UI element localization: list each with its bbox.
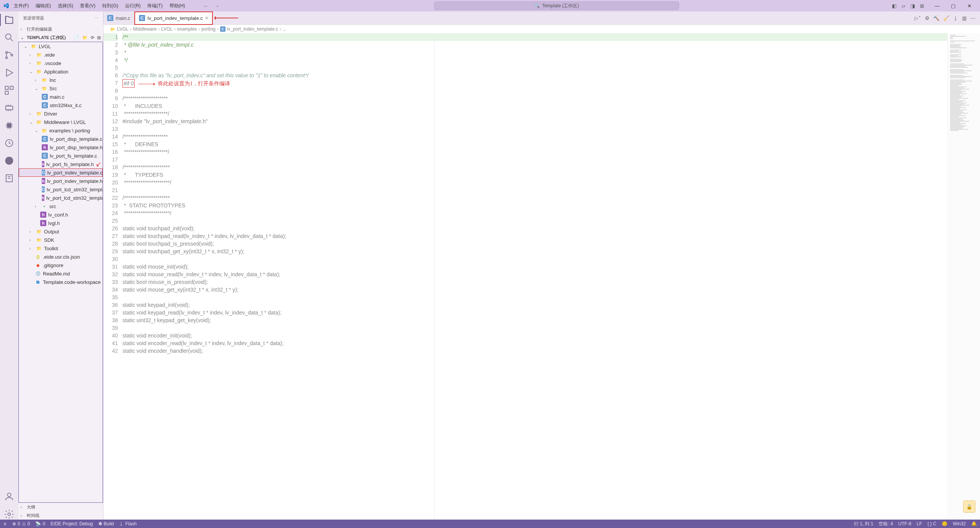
collapse-icon[interactable]: ⊟ (97, 35, 101, 40)
tree-file[interactable]: hlvgl.h (19, 219, 103, 227)
section-timeline[interactable]: ›时间线 (18, 511, 103, 520)
close-button[interactable]: ✕ (962, 0, 977, 11)
nav-back-icon[interactable]: ← (201, 2, 211, 10)
chevron-down-icon: ⌄ (21, 36, 25, 40)
activity-extensions-icon[interactable] (4, 85, 15, 96)
run-icon[interactable]: ▷˅ (915, 15, 921, 21)
tree-file[interactable]: Clv_port_lcd_stm32_template.c (19, 185, 103, 194)
minimap[interactable] (947, 33, 980, 520)
status-problems[interactable]: ⊗ 0 ⚠ 0 (12, 521, 30, 526)
menu-edit[interactable]: 编辑(E) (33, 1, 54, 11)
status-eide-project[interactable]: EIDE Project: Debug (51, 521, 93, 526)
tab-close-icon[interactable]: × (205, 15, 208, 21)
tree-file-selected[interactable]: Clv_port_indev_template.c (19, 168, 103, 177)
new-file-icon[interactable]: 📄 (74, 35, 79, 40)
activity-eide-icon[interactable] (4, 103, 15, 113)
tree-file[interactable]: hlv_conf.h (19, 210, 103, 219)
activity-cpu-icon[interactable] (4, 120, 15, 131)
code-editor[interactable]: 1234567891011121314151617181920212223242… (103, 33, 980, 520)
status-indent[interactable]: 空格: 4 (879, 521, 893, 527)
activity-search-icon[interactable] (4, 32, 15, 43)
tree-file[interactable]: ⓘReadMe.md (19, 269, 103, 278)
status-encoding[interactable]: UTF-8 (898, 521, 911, 527)
section-open-editors[interactable]: › 打开的编辑器 (18, 25, 103, 33)
tree-file[interactable]: Clv_port_fs_template.c (19, 152, 103, 160)
tree-folder-application[interactable]: ⌄📁Application (19, 67, 103, 76)
toggle-panel-icon[interactable]: ▱ (900, 3, 906, 9)
activity-bookmarks-icon[interactable] (4, 173, 15, 184)
activity-explorer-icon[interactable] (4, 15, 15, 25)
menu-help[interactable]: 帮助(H) (167, 1, 188, 11)
maximize-button[interactable]: ▢ (946, 0, 961, 11)
tree-file[interactable]: ◆.gitignore (19, 261, 103, 269)
tree-folder-output[interactable]: ›📁Output (19, 227, 103, 236)
section-workspace[interactable]: ⌄ TEMPLATE (工作区) 📄 📁 ⟳ ⊟ (18, 33, 103, 42)
tree-folder-vscode[interactable]: ›📁.vscode (19, 59, 103, 67)
menu-terminal[interactable]: 终端(T) (144, 1, 165, 11)
tree-file[interactable]: hlv_port_lcd_stm32_template.h (19, 194, 103, 202)
status-flash[interactable]: ⭣ Flash (119, 521, 136, 526)
toggle-primary-sidebar-icon[interactable]: ◧ (891, 3, 897, 9)
command-center[interactable]: 🔍 Template (工作区) (434, 2, 679, 10)
split-icon[interactable]: ▥ (962, 15, 967, 21)
status-ports[interactable]: 📡 0 (35, 521, 45, 526)
status-remote[interactable]: ⨯ (3, 521, 7, 526)
tree-folder-toolkit[interactable]: ›📁Toolkit (19, 244, 103, 253)
tree-folder-examples[interactable]: ⌄📁examples \ porting (19, 126, 103, 135)
customize-layout-icon[interactable]: ⊞ (919, 3, 925, 9)
tree-folder-inc[interactable]: ›📁Inc (19, 76, 103, 84)
menu-go[interactable]: 转到(G) (99, 1, 121, 11)
sidebar-more-icon[interactable]: ⋯ (94, 16, 98, 21)
floating-action-button[interactable]: 🔒 (963, 500, 975, 513)
section-outline[interactable]: ›大纲 (18, 503, 103, 511)
status-build[interactable]: ✽ Build (98, 521, 114, 526)
status-cursor[interactable]: 行 1, 列 1 (854, 521, 874, 527)
menu-run[interactable]: 运行(R) (122, 1, 144, 11)
activity-cortex-icon[interactable] (4, 155, 15, 166)
status-os[interactable]: Win32 (953, 521, 966, 527)
status-bell-icon[interactable]: 🔔 (971, 521, 977, 527)
tree-file[interactable]: hlv_port_disp_template.h (19, 143, 103, 152)
settings-icon[interactable]: ⚙ (925, 15, 929, 21)
activity-account-icon[interactable] (4, 491, 15, 502)
tree-file[interactable]: {}.eide.usr.ctx.json (19, 253, 103, 261)
tree-file-main-c[interactable]: Cmain.c (19, 93, 103, 101)
tree-file-stm32f4xx-it-c[interactable]: Cstm32f4xx_it.c (19, 101, 103, 109)
tree-folder-lvgl[interactable]: ⌄📁LVGL (19, 42, 103, 51)
status-feedback-icon[interactable]: 🙂 (942, 521, 947, 527)
breadcrumb[interactable]: 📁LVGL› Middleware› LVGL› examples› porti… (103, 25, 980, 33)
toggle-secondary-sidebar-icon[interactable]: ◨ (910, 3, 916, 9)
activity-debug-icon[interactable] (4, 67, 15, 78)
status-eol[interactable]: LF (917, 521, 922, 527)
tree-file[interactable]: Clv_port_disp_template.c (19, 135, 103, 143)
tree-folder-src2[interactable]: ›▪src (19, 202, 103, 210)
menu-selection[interactable]: 选择(S) (55, 1, 76, 11)
build-icon[interactable]: 🔨 (933, 15, 939, 21)
tree-file[interactable]: hlv_port_indev_template.h (19, 177, 103, 185)
tree-folder-eide[interactable]: ›📁.eide (19, 51, 103, 59)
new-folder-icon[interactable]: 📁 (82, 35, 88, 40)
refresh-icon[interactable]: ⟳ (91, 35, 94, 40)
more-icon[interactable]: ⋯ (970, 15, 975, 21)
minimize-button[interactable]: — (929, 0, 945, 11)
menu-file[interactable]: 文件(F) (11, 1, 32, 11)
tree-file[interactable]: hlv_port_fs_template.h↙ (19, 160, 103, 168)
download-icon[interactable]: ⭣ (953, 15, 958, 21)
activity-debugconsole-icon[interactable] (4, 138, 15, 148)
activity-settings-icon[interactable] (4, 509, 15, 520)
menu-bar: 文件(F) 编辑(E) 选择(S) 查看(V) 转到(G) 运行(R) 终端(T… (11, 1, 188, 11)
code-content[interactable]: /** * @file lv_port_indev_templ.c * */ /… (122, 33, 947, 520)
tree-folder-driver[interactable]: ›📁Driver (19, 109, 103, 118)
tree-file[interactable]: ⧉Template.code-workspace (19, 278, 103, 286)
activity-scm-icon[interactable] (4, 50, 15, 60)
tree-folder-src[interactable]: ⌄📁Src (19, 84, 103, 93)
svg-point-14 (7, 493, 11, 497)
tree-folder-sdk[interactable]: ›📁SDK (19, 236, 103, 244)
tree-folder-middleware[interactable]: ⌄📁Middleware \ LVGL (19, 118, 103, 126)
tab-lv-port-indev[interactable]: Clv_port_indev_template.c × (134, 11, 213, 25)
status-language[interactable]: { } C (928, 521, 936, 527)
tab-main-c[interactable]: Cmain.c (103, 11, 134, 25)
clean-icon[interactable]: 🧹 (943, 15, 949, 21)
menu-view[interactable]: 查看(V) (77, 1, 98, 11)
nav-forward-icon[interactable]: → (212, 2, 222, 10)
